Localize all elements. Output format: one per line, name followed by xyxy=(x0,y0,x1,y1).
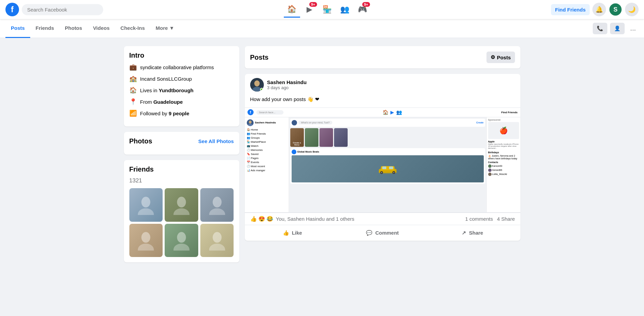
profile-avatar-button[interactable]: S xyxy=(609,3,622,16)
svg-point-8 xyxy=(177,232,186,243)
mini-sidebar-groups: 👥 Groups xyxy=(247,136,287,139)
intro-company-text: Incand SonsLLCGroup xyxy=(140,76,192,82)
mini-right-panel: Sponsored 🍎 Apple Apple reportedly readj… xyxy=(486,117,520,212)
intro-followed-text: Followed by 9 people xyxy=(140,111,189,116)
reaction-laugh-icon: 😂 xyxy=(266,216,273,222)
svg-point-24 xyxy=(381,172,382,173)
intro-card: Intro 💼 syndicate collaborative platform… xyxy=(124,46,239,126)
mini-sidebar-mostrecent: 🕐 Most recent xyxy=(247,165,287,168)
mini-poster-name: Global Music Beats xyxy=(297,151,319,153)
intro-item-company: 🏫 Incand SonsLLCGroup xyxy=(129,75,234,82)
right-column: Posts ⚙ Posts xyxy=(245,46,520,262)
intro-item-from: 📍 From Guadeloupe xyxy=(129,98,234,105)
post-username[interactable]: Sashen Hasindu xyxy=(267,79,515,85)
nav-video-button[interactable]: ▶ 9+ xyxy=(301,1,318,18)
add-friend-action-button[interactable]: 👤 xyxy=(610,23,625,34)
phone-action-button[interactable]: 📞 xyxy=(593,23,607,34)
friend-photo-1[interactable] xyxy=(129,188,163,222)
location-icon: 📍 xyxy=(129,98,137,105)
mini-people-icon: 👥 xyxy=(396,110,402,115)
mini-main-feed: What's on your mind, Tuel? Create Create… xyxy=(289,117,486,212)
tab-posts[interactable]: Posts xyxy=(5,19,30,38)
like-button[interactable]: 👍 Like xyxy=(247,226,337,239)
post-avatar[interactable] xyxy=(250,78,264,92)
share-button[interactable]: ↗ Share xyxy=(427,226,517,239)
tab-more[interactable]: More ▼ xyxy=(150,19,180,38)
post-reactions: 👍 😍 😂 You, Sashen Hasindu and 1 others 1… xyxy=(245,213,520,225)
mini-sidebar-memories: 🕐 Memories xyxy=(247,149,287,152)
mini-contact-2-name: Gerard66 xyxy=(492,169,502,171)
search-input[interactable] xyxy=(22,4,103,15)
facebook-logo[interactable]: f xyxy=(5,3,19,16)
shares-count[interactable]: 4 Share xyxy=(497,216,515,222)
like-icon: 👍 xyxy=(283,230,289,236)
posts-header: Posts ⚙ Posts xyxy=(250,52,515,63)
intro-title: Intro xyxy=(129,52,234,59)
followers-icon: 📶 xyxy=(129,110,137,117)
nav-store-button[interactable]: 🏪 xyxy=(319,1,335,18)
comments-count[interactable]: 1 comments xyxy=(465,216,493,222)
filter-icon: ⚙ xyxy=(491,54,495,60)
mini-sidebar-pages: 📄 Pages xyxy=(247,157,287,160)
posts-header-card: Posts ⚙ Posts xyxy=(245,46,520,68)
svg-point-5 xyxy=(209,208,225,215)
svg-point-26 xyxy=(393,172,394,173)
like-label: Like xyxy=(292,230,302,236)
intro-item-work: 💼 syndicate collaborative platforms xyxy=(129,63,234,71)
friend-photo-3[interactable] xyxy=(200,188,234,222)
tab-friends[interactable]: Friends xyxy=(30,19,59,38)
mini-sidebar-events: 📅 Events xyxy=(247,161,287,164)
friends-count: 1321 xyxy=(129,177,234,184)
intro-item-followed: 📶 Followed by 9 people xyxy=(129,110,234,117)
ellipsis-icon: ... xyxy=(630,24,636,32)
tab-checkins[interactable]: Check-Ins xyxy=(115,19,150,38)
more-action-button[interactable]: ... xyxy=(627,22,639,35)
mini-video-icon: ▶ xyxy=(390,110,394,115)
posts-filter-label: Posts xyxy=(497,55,511,60)
nav-gaming-button[interactable]: 🎮 9+ xyxy=(354,1,371,18)
svg-point-13 xyxy=(254,80,260,86)
svg-point-0 xyxy=(142,197,150,208)
friend-photo-5[interactable] xyxy=(165,224,198,257)
mini-search-box: Search face... xyxy=(256,110,283,115)
post-actions: 👍 Like 💬 Comment ↗ Share xyxy=(245,225,520,241)
comment-icon: 💬 xyxy=(366,230,372,236)
dark-mode-button[interactable]: 🌙 xyxy=(625,3,639,16)
friend-photo-2[interactable] xyxy=(165,188,198,222)
mini-story-create: Create a Story xyxy=(290,142,304,146)
mini-home-icon: 🏠 xyxy=(383,110,388,115)
mini-birthdays-label: Birthdays xyxy=(488,151,519,154)
phone-icon: 📞 xyxy=(597,25,603,32)
nav-people-button[interactable]: 👥 xyxy=(337,1,353,18)
mini-sidebar-home: 🏠 Home xyxy=(247,128,287,131)
nav-center: 🏠 ▶ 9+ 🏪 👥 🎮 9+ xyxy=(284,1,371,18)
tabs-left: Posts Friends Photos Videos Check-Ins Mo… xyxy=(5,19,180,38)
mini-contact-2: Gerard66 xyxy=(488,169,519,172)
posts-filter-button[interactable]: ⚙ Posts xyxy=(486,52,515,63)
reaction-count-label: You, Sashen Hasindu and 1 others xyxy=(276,216,354,222)
tab-videos[interactable]: Videos xyxy=(88,19,115,38)
mini-contact-3-name: Lolita_Mosciki xyxy=(492,173,507,175)
photos-header: Photos See All Photos xyxy=(129,137,234,145)
see-all-photos-link[interactable]: See All Photos xyxy=(198,138,234,144)
post-header: Sashen Hasindu 3 days ago xyxy=(245,74,520,96)
video-badge: 9+ xyxy=(309,2,317,7)
comment-button[interactable]: 💬 Comment xyxy=(337,226,427,239)
intro-work-text: syndicate collaborative platforms xyxy=(140,64,214,70)
left-column: Intro 💼 syndicate collaborative platform… xyxy=(124,46,239,262)
tab-photos[interactable]: Photos xyxy=(59,19,88,38)
store-icon: 🏪 xyxy=(323,5,332,14)
notifications-button[interactable]: 🔔 xyxy=(592,3,606,16)
posts-section-title: Posts xyxy=(250,54,269,61)
post-card: Sashen Hasindu 3 days ago How add your o… xyxy=(245,74,520,241)
friends-card: Friends 1321 xyxy=(124,160,239,262)
friend-photo-4[interactable] xyxy=(129,224,163,257)
friend-photo-6[interactable] xyxy=(200,224,234,257)
svg-rect-22 xyxy=(389,166,393,169)
mini-apple-label: Apple xyxy=(488,140,519,143)
briefcase-icon: 💼 xyxy=(129,63,137,71)
intro-from-text: From Guadeloupe xyxy=(140,99,183,105)
mini-fb-logo: f xyxy=(247,109,254,115)
find-friends-button[interactable]: Find Friends xyxy=(551,4,590,15)
nav-home-button[interactable]: 🏠 xyxy=(284,1,300,18)
